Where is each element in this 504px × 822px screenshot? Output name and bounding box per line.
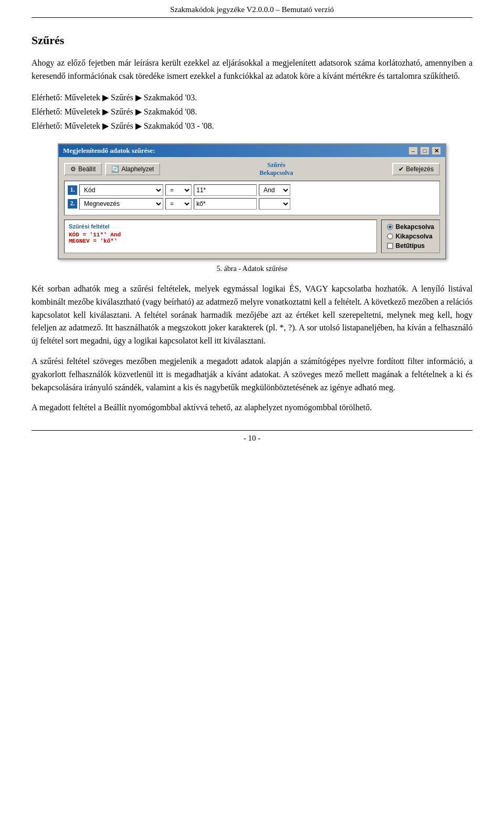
checkbox-betutipus-input[interactable] <box>387 243 393 249</box>
filter-field-2[interactable]: Megnevezés <box>79 198 163 210</box>
maximize-button[interactable]: □ <box>420 147 429 155</box>
elerheto-list: Elérhető: Műveletek ▶ Szűrés ▶ Szakmakód… <box>32 90 472 133</box>
page-footer: - 10 - <box>32 430 472 443</box>
radio-kikapcsolva-label: Kikapcsolva <box>396 233 433 240</box>
filter-value-2[interactable] <box>194 198 257 210</box>
close-button[interactable]: ✕ <box>432 147 441 155</box>
elerheto-item-1: Elérhető: Műveletek ▶ Szűrés ▶ Szakmakód… <box>32 90 472 105</box>
checkbox-betutipus[interactable]: Betűtípus <box>387 242 434 249</box>
beallít-label: Beállít <box>78 165 96 173</box>
condition-line-2: MEGNEV = 'kő*' <box>69 238 372 244</box>
body-para-3: A megadott feltétel a Beállít nyomógombb… <box>32 401 472 414</box>
befejezés-icon: ✔ <box>398 165 404 173</box>
elerheto-item-2: Elérhető: Műveletek ▶ Szűrés ▶ Szakmakód… <box>32 105 472 119</box>
befejezés-label: Befejezés <box>406 165 434 173</box>
minimize-button[interactable]: – <box>408 147 418 155</box>
alaphelyzet-label: Alaphelyzet <box>121 165 154 173</box>
intro-text: Ahogy az előző fejetben már leírásra ker… <box>32 57 472 83</box>
dialog-title: Megjelenítendő adatok szűrése: <box>63 147 155 155</box>
figure-caption: 5. ábra - Adatok szűrése <box>32 265 472 273</box>
row-num-2: 2. <box>68 199 77 209</box>
filter-logic-2[interactable] <box>259 198 290 210</box>
filter-row-1: 1. Kód = And <box>68 184 436 196</box>
szures-label: SzűrésBekapcsolva <box>259 161 293 176</box>
beallít-icon: ⚙ <box>70 165 76 173</box>
dialog-titlebar: Megjelenítendő adatok szűrése: – □ ✕ <box>59 144 445 157</box>
szures-status: SzűrésBekapcsolva <box>259 161 293 176</box>
radio-kikapcsolva[interactable]: Kikapcsolva <box>387 233 434 240</box>
condition-panel: Szűrési feltétel KÓD = '11*' And MEGNEV … <box>64 220 440 253</box>
radio-kikapcsolva-input[interactable] <box>387 233 393 240</box>
body-para-1: Két sorban adhatók meg a szűrési feltéte… <box>32 283 472 348</box>
filter-operator-2[interactable]: = <box>165 198 192 210</box>
condition-title: Szűrési feltétel <box>69 223 372 230</box>
radio-panel: Bekapcsolva Kikapcsolva Betűtípus <box>381 220 440 253</box>
dialog-window: Megjelenítendő adatok szűrése: – □ ✕ ⚙ B… <box>58 143 446 259</box>
elerheto-item-3: Elérhető: Műveletek ▶ Szűrés ▶ Szakmakód… <box>32 119 472 133</box>
beallít-button[interactable]: ⚙ Beállít <box>64 163 102 175</box>
filter-operator-1[interactable]: = <box>165 184 192 196</box>
filter-logic-1[interactable]: And <box>259 184 290 196</box>
befejezés-button[interactable]: ✔ Befejezés <box>392 163 440 175</box>
filter-field-1[interactable]: Kód <box>79 184 163 196</box>
filter-grid: 1. Kód = And 2. Megnevezés <box>64 181 440 215</box>
radio-bekapcsolva-label: Bekapcsolva <box>396 223 434 231</box>
checkbox-betutipus-label: Betűtípus <box>396 242 425 249</box>
header-title: Szakmakódok jegyzéke V2.0.0.0 – Bemutató… <box>170 5 334 14</box>
row-num-1: 1. <box>68 185 77 195</box>
page-number: - 10 - <box>244 434 261 442</box>
radio-bekapcsolva[interactable]: Bekapcsolva <box>387 223 434 231</box>
filter-text-box[interactable]: Szűrési feltétel KÓD = '11*' And MEGNEV … <box>64 220 377 253</box>
page-header: Szakmakódok jegyzéke V2.0.0.0 – Bemutató… <box>32 0 472 18</box>
filter-row-2: 2. Megnevezés = <box>68 198 436 210</box>
dialog-toolbar: ⚙ Beállít 🔄 Alaphelyzet SzűrésBekapcsolv… <box>64 161 440 176</box>
radio-bekapcsolva-input[interactable] <box>387 224 393 230</box>
alaphelyzet-icon: 🔄 <box>111 165 119 173</box>
section-title: Szűrés <box>32 34 472 47</box>
alaphelyzet-button[interactable]: 🔄 Alaphelyzet <box>105 163 160 175</box>
filter-value-1[interactable] <box>194 184 257 196</box>
titlebar-controls: – □ ✕ <box>408 147 441 155</box>
dialog-body: ⚙ Beállít 🔄 Alaphelyzet SzűrésBekapcsolv… <box>59 157 445 258</box>
condition-line-1: KÓD = '11*' And <box>69 232 372 238</box>
body-para-2: A szűrési feltétel szöveges mezőben megj… <box>32 355 472 394</box>
toolbar-left: ⚙ Beállít 🔄 Alaphelyzet <box>64 163 160 175</box>
